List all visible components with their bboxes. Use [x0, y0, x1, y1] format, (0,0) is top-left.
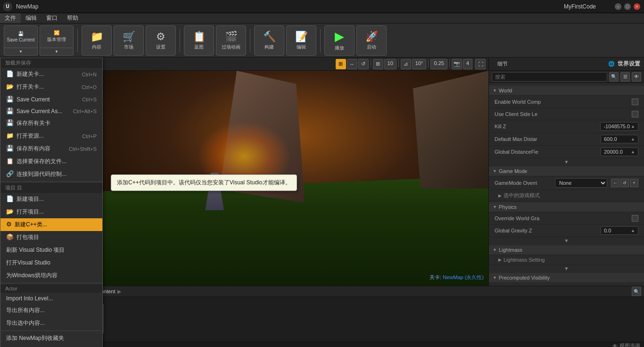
global-distance-field-value[interactable]: 20000.0 ▲ [601, 148, 638, 156]
select-files-save-item[interactable]: 📋选择要保存的文件... [0, 155, 102, 168]
gamemode-collapse-arrow: ▼ [493, 169, 497, 174]
scale-value: 0.25 [430, 59, 447, 69]
gamemode-section-header[interactable]: ▼ Game Mode [489, 166, 644, 176]
save-current-item[interactable]: 💾Save Current Ctrl+S [0, 93, 102, 105]
kill-z-value[interactable]: -1048575.0 ▲ [600, 122, 638, 131]
save-icon: 💾 [18, 31, 24, 36]
lock-icon: 🌐 [608, 61, 615, 67]
precomp-section-header[interactable]: ▼ Precomputed Visibility [489, 273, 644, 283]
save-current-as-item[interactable]: 💾Save Current As... Ctrl+Alt+S [0, 105, 102, 117]
world-section-header[interactable]: ▼ World [489, 86, 644, 96]
blueprint-btn[interactable]: 📋 蓝图 [184, 25, 214, 56]
global-gravity-z-row: Global Gravity Z 0.0 ▲ [489, 224, 644, 237]
menu-edit[interactable]: 编辑 [21, 13, 41, 23]
precomp-collapse-arrow: ▼ [493, 275, 497, 280]
launch-btn[interactable]: 🚀 启动 [356, 25, 387, 56]
open-resource-icon: 📁 [6, 132, 14, 139]
enable-world-comp-checkbox[interactable] [632, 99, 638, 105]
eye-status-icon: 👁 [612, 343, 618, 347]
play-btn[interactable]: ▶ 播放 [324, 25, 355, 56]
gamemode-back-btn[interactable]: ← [611, 179, 619, 187]
open-project-item[interactable]: 📂打开项目... [0, 206, 102, 218]
script-btn[interactable]: 📝 编辑 [286, 25, 316, 56]
physics-section-header[interactable]: ▼ Physics [489, 202, 644, 212]
maximize-button[interactable]: □ [624, 3, 631, 10]
menu-file[interactable]: 文件 [0, 13, 21, 23]
save-all-levels-item[interactable]: 💾保存所有关卡 [0, 117, 102, 130]
vp-sep-3 [428, 59, 429, 67]
grid-icon-btn[interactable]: ⊞ [336, 59, 346, 69]
version-mgmt-btn[interactable]: 🔀 版本管理 ▼ [40, 25, 74, 56]
market-btn[interactable]: 🛒 市场 [114, 25, 144, 56]
build-icon: 🔨 [263, 31, 276, 43]
save-all-content-item[interactable]: 💾保存所有内容 Ctrl+Shift+S [0, 142, 102, 155]
cutscene-icon: 🎬 [225, 31, 238, 43]
global-gravity-z-value[interactable]: 0.0 ▲ [601, 226, 638, 235]
move-icon-btn[interactable]: ↔ [347, 59, 357, 69]
play-icon: ▶ [335, 29, 344, 44]
lightmass-setting-subsection[interactable]: ▶ Lightmass Setting [489, 255, 644, 265]
override-world-grav-checkbox[interactable] [632, 215, 638, 222]
open-vs-item[interactable]: 打开Visual Studio [0, 256, 102, 269]
export-all-item[interactable]: 导出所有内容... [0, 304, 102, 317]
cutscene-btn[interactable]: 🎬 过场动画 [216, 25, 246, 56]
connect-source-ctrl-item[interactable]: 🔗连接到源代码控制... [0, 168, 102, 181]
content-btn[interactable]: 📁 内容 [82, 25, 112, 56]
camera-speed: 4 [463, 59, 472, 69]
menu-window[interactable]: 窗口 [41, 13, 62, 23]
eye-btn[interactable]: 👁 [632, 72, 641, 82]
camera-icon-btn[interactable]: 📷 [452, 59, 462, 69]
tab-details[interactable]: 细节 [493, 59, 512, 68]
open-resource-item[interactable]: 📁打开资源... Ctrl+P [0, 130, 102, 142]
lightmass-section-header[interactable]: ▼ Lightmass [489, 245, 644, 255]
save-current-btn[interactable]: 💾 Save Current ▼ [4, 25, 38, 56]
search-icon-btn[interactable]: 🔍 [609, 72, 619, 82]
export-selected-item[interactable]: 导出选中内容... [0, 317, 102, 330]
import-into-level-item[interactable]: Import Into Level... [0, 293, 102, 304]
new-level-item[interactable]: 📄新建关卡... Ctrl+N [0, 68, 102, 81]
actor-section-header: Actor [0, 284, 102, 293]
view-options-label: 视图选项 [619, 342, 640, 347]
default-max-dist-value[interactable]: 600.0 ▲ [601, 135, 638, 143]
toolbar-sep-2 [180, 29, 180, 52]
title-bar: U NewMap MyFirstCode − □ ✕ [0, 0, 644, 13]
right-panel: 细节 🌐 世界设置 🔍 ☰ 👁 ▼ World Enable World Com… [488, 58, 644, 286]
menu-help[interactable]: 帮助 [62, 13, 83, 23]
save-current-arrow[interactable]: ▼ [4, 48, 38, 56]
angle-icon-btn[interactable]: ⊿ [401, 59, 411, 69]
connect-icon: 🔗 [6, 170, 14, 177]
new-project-item[interactable]: 📄新建项目... [0, 193, 102, 206]
selected-gamemode-subsection[interactable]: ▶ 选中的游戏模式 [489, 190, 644, 201]
snap-icon-btn[interactable]: ⊞ [373, 59, 383, 69]
open-level-item[interactable]: 📂打开关卡... Ctrl+O [0, 81, 102, 93]
build-btn[interactable]: 🔨 构建 [254, 25, 284, 56]
select-files-icon: 📋 [6, 157, 14, 165]
fullscreen-icon-btn[interactable]: ⛶ [475, 59, 486, 69]
version-main[interactable]: 🔀 版本管理 [40, 25, 74, 48]
minimize-button[interactable]: − [615, 3, 621, 10]
gamemode-add-btn[interactable]: + [630, 179, 638, 187]
settings-btn[interactable]: ⚙ 设置 [146, 25, 176, 56]
new-cpp-class-item[interactable]: ⚙新建C++类... [0, 218, 102, 231]
refresh-vs-item[interactable]: 刷新 Visual Studio 项目 [0, 244, 102, 256]
save-current-main[interactable]: 💾 Save Current [4, 25, 38, 48]
pack-project-item[interactable]: 📦打包项目 [0, 231, 102, 244]
close-button[interactable]: ✕ [634, 3, 640, 10]
world-expand-row: ▼ [489, 158, 644, 165]
gamemode-refresh-btn[interactable]: ↺ [620, 179, 629, 187]
search-input[interactable] [492, 72, 607, 82]
tooltip-bubble: 添加C++代码到项目中。该代码仅当您安装了Visual Studio才能编译。 [111, 174, 297, 191]
enable-world-comp-row: Enable World Comp [489, 96, 644, 108]
use-client-side-checkbox[interactable] [632, 111, 638, 117]
gamemode-select[interactable]: None [555, 178, 607, 188]
recent-levels-item[interactable]: 最近打开的关卡 ▶ [0, 345, 102, 347]
bake-windows-item[interactable]: 为Windows烘培内容 [0, 269, 102, 282]
rotate-icon-btn[interactable]: ↺ [358, 59, 369, 69]
scene-level-link[interactable]: NewMap (永久性) [443, 274, 484, 280]
content-icon: 📁 [91, 31, 103, 43]
default-max-dist-arrow: ▲ [631, 137, 635, 141]
list-view-btn[interactable]: ☰ [620, 72, 630, 82]
version-arrow[interactable]: ▼ [40, 48, 74, 56]
add-to-favorites-item[interactable]: 添加 NewMap到收藏夹 [0, 332, 102, 345]
bottom-search-btn[interactable]: 🔍 [632, 287, 641, 296]
